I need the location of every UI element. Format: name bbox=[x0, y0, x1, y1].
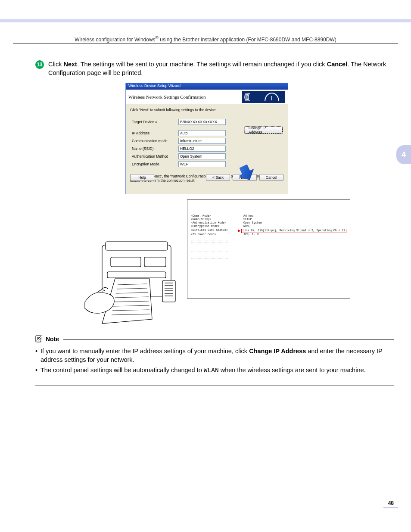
ip-label: IP Address bbox=[130, 129, 177, 137]
note-pencil-icon bbox=[35, 335, 43, 343]
wizard-button-row: Help < Back Next > Cancel bbox=[130, 174, 283, 181]
ip-value[interactable]: Auto bbox=[178, 130, 226, 136]
note-bullet-1: • If you want to manually enter the IP a… bbox=[40, 347, 394, 364]
network-config-printout: <Comm. Mode> Ad-hoc <Name(SSID)> SETUP <… bbox=[187, 199, 350, 299]
svg-rect-3 bbox=[111, 257, 141, 267]
print-row-auth: <Authentication Mode> Open System bbox=[191, 221, 346, 225]
print-row-link: <Wireless Link Status> Link OK, 11b(11Mb… bbox=[191, 229, 346, 233]
step-number: 13 bbox=[37, 62, 42, 68]
target-value[interactable]: BRNXXXXXXXXXXXX bbox=[178, 119, 226, 125]
bullet-dot-icon: • bbox=[35, 366, 37, 375]
comm-label: Communication mode bbox=[130, 137, 177, 145]
wizard-titlebar: Wireless Device Setup Wizard bbox=[126, 83, 288, 90]
change-ip-label: Change IP Address bbox=[249, 126, 279, 134]
print-enc-v: NONE bbox=[243, 225, 346, 228]
wizard-header: Wireless Network Settings Confirmation bbox=[126, 90, 288, 104]
print-tx-k: <Tx Power Code> bbox=[191, 233, 243, 236]
print-link-v: Link OK, 11b(11Mbps), Receiving Signal =… bbox=[241, 229, 346, 233]
note-header: Note bbox=[35, 335, 394, 343]
target-label: Target Device = bbox=[130, 118, 177, 126]
note-divider bbox=[63, 339, 394, 340]
wifi-logo-icon bbox=[242, 91, 285, 103]
page-number-bar bbox=[383, 507, 398, 508]
print-auth-k: <Authentication Mode> bbox=[191, 221, 243, 225]
help-label: Help bbox=[138, 175, 146, 180]
wizard-header-title: Wireless Network Settings Confirmation bbox=[128, 94, 206, 100]
svg-rect-4 bbox=[144, 257, 166, 267]
wizard-fields-table: Target Device = BRNXXXXXXXXXXXX IP Addre… bbox=[130, 118, 227, 168]
print-row-enc: <Encryption Mode> NONE bbox=[191, 225, 346, 228]
cancel-button[interactable]: Cancel bbox=[259, 174, 283, 181]
print-auth-v: Open System bbox=[243, 221, 346, 225]
note2-post: when the wireless settings are sent to y… bbox=[219, 367, 366, 373]
ssid-value[interactable]: HELLO2 bbox=[178, 146, 226, 152]
bullet-dot-icon: • bbox=[35, 347, 37, 356]
field-target: Target Device = BRNXXXXXXXXXXXX bbox=[130, 118, 227, 126]
header-post: using the Brother installer application … bbox=[159, 37, 336, 43]
field-auth: Authentication Method Open System bbox=[130, 152, 227, 160]
cancel-label: Cancel bbox=[266, 175, 277, 180]
header-pre: Wireless configuration for Windows bbox=[75, 37, 155, 43]
header-divider bbox=[13, 43, 398, 44]
print-tiny-text: ································ ·······… bbox=[191, 239, 346, 260]
print-link-k: <Wireless Link Status> bbox=[191, 229, 238, 233]
print-row-ssid: <Name(SSID)> SETUP bbox=[191, 218, 346, 221]
next-button[interactable]: Next > bbox=[233, 174, 257, 181]
field-comm: Communication mode Infrastructure bbox=[130, 137, 227, 145]
next-label: Next > bbox=[240, 175, 250, 180]
print-ssid-k: <Name(SSID)> bbox=[191, 218, 243, 221]
note-bullet-2: • The control panel settings will be aut… bbox=[40, 366, 394, 375]
note2-code: WLAN bbox=[204, 367, 219, 374]
wizard-titlebar-text: Wireless Device Setup Wizard bbox=[128, 84, 181, 88]
note1-bold: Change IP Address bbox=[249, 348, 306, 355]
print-comm-k: <Comm. Mode> bbox=[191, 215, 243, 218]
svg-rect-2 bbox=[106, 242, 168, 250]
print-tx-v: JPN, 1, 0 bbox=[243, 233, 346, 236]
step-number-badge: 13 bbox=[35, 60, 44, 69]
step-pre: Click bbox=[48, 61, 63, 68]
page-header: Wireless configuration for Windows® usin… bbox=[0, 35, 411, 43]
printer-illustration bbox=[76, 237, 190, 326]
wizard-intro: Click "Next" to submit following setting… bbox=[130, 108, 283, 112]
chapter-tab: 4 bbox=[396, 145, 411, 164]
back-label: < Back bbox=[212, 175, 224, 180]
back-button[interactable]: < Back bbox=[206, 174, 230, 181]
comm-value[interactable]: Infrastructure bbox=[178, 138, 226, 144]
field-ssid: Name (SSID) HELLO2 bbox=[130, 145, 227, 152]
svg-rect-5 bbox=[107, 272, 166, 278]
note-end-divider bbox=[35, 386, 394, 386]
change-ip-button[interactable]: Change IP Address bbox=[245, 127, 283, 134]
auth-value[interactable]: Open System bbox=[178, 153, 226, 159]
wizard-dialog: Wireless Device Setup Wizard Wireless Ne… bbox=[125, 83, 288, 194]
highlight-arrow-icon bbox=[238, 229, 240, 233]
svg-rect-6 bbox=[162, 280, 175, 302]
wizard-body: Click "Next" to submit following setting… bbox=[126, 104, 288, 184]
step-instruction: Click Next. The settings will be sent to… bbox=[48, 60, 394, 77]
field-ip: IP Address Auto bbox=[130, 129, 227, 137]
help-button[interactable]: Help bbox=[130, 174, 154, 181]
note2-pre: The control panel settings will be autom… bbox=[40, 367, 204, 373]
step-bold-next: Next bbox=[63, 61, 77, 68]
note-title: Note bbox=[46, 336, 59, 342]
chapter-number: 4 bbox=[402, 150, 406, 159]
note1-pre: If you want to manually enter the IP add… bbox=[40, 348, 249, 355]
auth-label: Authentication Method bbox=[130, 152, 177, 160]
header-sup: ® bbox=[156, 35, 159, 40]
enc-label: Encryption Mode bbox=[130, 160, 177, 168]
step-mid: . The settings will be sent to your mach… bbox=[77, 61, 327, 68]
print-ssid-v: SETUP bbox=[243, 218, 346, 221]
print-row-tx: <Tx Power Code> JPN, 1, 0 bbox=[191, 233, 346, 236]
print-enc-k: <Encryption Mode> bbox=[191, 225, 243, 228]
ssid-label: Name (SSID) bbox=[130, 145, 177, 152]
print-comm-v: Ad-hoc bbox=[243, 215, 346, 218]
page-number: 48 bbox=[388, 500, 394, 506]
enc-value[interactable]: WEP bbox=[178, 161, 226, 167]
step-bold-cancel: Cancel bbox=[327, 61, 348, 68]
print-row-comm: <Comm. Mode> Ad-hoc bbox=[191, 215, 346, 218]
field-enc: Encryption Mode WEP bbox=[130, 160, 227, 168]
top-accent-bar bbox=[0, 19, 411, 22]
